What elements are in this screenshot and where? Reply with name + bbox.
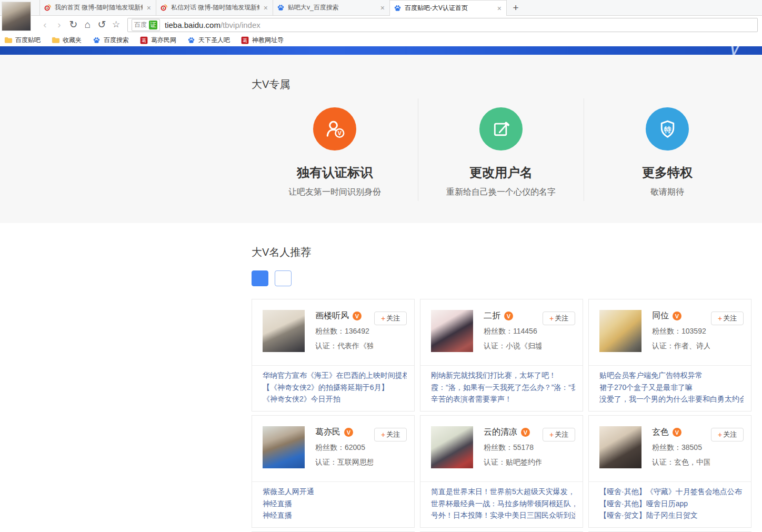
tab-title: 我的首页 微博-随时随地发现新鲜事	[55, 3, 143, 12]
avatar-woman-long-hair-glasses-photo[interactable]	[599, 426, 641, 468]
follow-label: 关注	[386, 314, 400, 323]
browser-tab[interactable]: 贴吧大v_百度搜索 ×	[273, 0, 390, 15]
follow-button[interactable]: + 关注	[711, 312, 744, 325]
browser-tab[interactable]: 私信对话 微博-随时随地发现新鲜事 ×	[156, 0, 273, 15]
fans-count: 粉丝数：114456	[484, 327, 542, 336]
follow-button[interactable]: + 关注	[711, 428, 744, 441]
bookmark-item[interactable]: 百度搜索	[93, 36, 129, 45]
post-link[interactable]: 《神奇女侠2》今日开拍	[263, 393, 407, 405]
favorite-star-icon[interactable]: ☆	[109, 17, 123, 33]
forward-button[interactable]: ›	[52, 17, 66, 33]
follow-button[interactable]: + 关注	[374, 428, 407, 441]
follow-label: 关注	[723, 314, 737, 323]
post-link[interactable]: 神经直播	[263, 509, 407, 521]
fans-label: 粉丝数：	[484, 443, 513, 451]
post-link[interactable]: 刚纳新完就找我们打比赛，太坏了吧！	[431, 369, 575, 382]
post-link[interactable]: 神经直播	[263, 498, 407, 510]
celeb-name-link[interactable]: 玄色	[652, 427, 669, 438]
back-button[interactable]: ‹	[38, 17, 52, 33]
bookmark-item[interactable]: 收藏夹	[52, 36, 82, 45]
bookmark-item[interactable]: 天下圣人吧	[187, 36, 230, 45]
post-link[interactable]: 没爱了，我一个男的为什么非要和白勇太约会?	[599, 393, 744, 405]
celeb-cards-grid: 画楼听风 V 粉丝数：136492 认证：代表作《独揽九天》等 + 关注 华纳官…	[252, 299, 751, 532]
avatar-chibi-character-red-coat[interactable]	[431, 426, 473, 468]
feature-column: 更改用户名 重新给自己换一个心仪的名字	[418, 98, 584, 201]
post-link[interactable]: 简直是世界末日！世界前5大超级天灾爆发，灾...	[431, 486, 575, 498]
celeb-name-link[interactable]: 二折	[484, 310, 500, 322]
filter-button[interactable]	[252, 270, 268, 286]
feature-subtitle: 敬请期待	[584, 187, 750, 198]
profile-avatar[interactable]	[2, 2, 31, 31]
post-link[interactable]: 紫薇圣人网开通	[263, 486, 407, 498]
post-list: 贴吧会员客户端免广告特权异常裙子270个盒子又是最非了嘛没爱了，我一个男的为什么…	[599, 369, 744, 405]
cert-badge-icon: 证	[149, 21, 157, 29]
bookmark-item[interactable]: 百度贴吧	[4, 36, 41, 45]
avatar-anime-girl-black-hair-kimono[interactable]	[431, 310, 473, 352]
privileges-title: 大V专属	[252, 77, 751, 92]
fans-value: 62005	[345, 443, 365, 451]
tab-close-icon[interactable]: ×	[379, 4, 386, 12]
bookmark-label: 百度贴吧	[15, 36, 41, 45]
post-link[interactable]: 贴吧会员客户端免广告特权异常	[599, 369, 744, 382]
avatar-cartoon-man-cap-glasses[interactable]	[263, 310, 305, 352]
plus-icon: +	[381, 430, 385, 439]
home-button[interactable]: ⌂	[81, 17, 95, 33]
celeb-name-link[interactable]: 画楼听风	[315, 310, 349, 322]
shield-icon: 特	[655, 117, 680, 142]
cert-value: 互联网思想家活动家，...	[337, 458, 373, 466]
tab-close-icon[interactable]: ×	[496, 4, 503, 13]
post-link[interactable]: 号外！日本投降！实录中美日三国民众听到这个...	[431, 509, 575, 521]
bookmark-item[interactable]: 葛 神教网址导	[241, 36, 284, 45]
post-link[interactable]: 霞：“洛，如果有一天我死了怎么办？”洛：“我会...	[431, 382, 575, 394]
follow-button[interactable]: + 关注	[543, 312, 575, 325]
refresh-button[interactable]: ↻	[66, 17, 81, 33]
tabs-container: 我的首页 微博-随时随地发现新鲜事 × 私信对话 微博-随时随地发现新鲜事 × …	[39, 0, 507, 15]
post-link[interactable]: 世界杯最经典一战：马拉多纳带领阿根廷队，为...	[431, 498, 575, 510]
post-link[interactable]: 裙子270个盒子又是最非了嘛	[599, 382, 744, 394]
plus-icon: +	[381, 314, 385, 323]
bookmarks-bar: 百度贴吧 收藏夹 百度搜索 葛 葛亦民网 天下圣人吧 葛 神教网址导	[0, 34, 762, 46]
browser-toolbar: ‹ › ↻ ⌂ ↺ ☆ 百度 证 tieba.baidu.com /tbvip/…	[0, 16, 762, 34]
post-link[interactable]: 【哑舍·贺文】陆子冈生日贺文	[599, 509, 744, 521]
post-link[interactable]: 【哑舍·其他】哑舍日历app	[599, 498, 744, 510]
tab-close-icon[interactable]: ×	[263, 4, 269, 12]
post-link[interactable]: 华纳官方宣布《海王》在巴西的上映时间提档至...	[263, 369, 407, 382]
post-link[interactable]: 【《神奇女侠2》的拍摄将延期于6月】	[263, 382, 407, 394]
cert-value: 作者、诗人。广州市青...	[674, 342, 710, 350]
filter-button[interactable]	[275, 270, 292, 286]
browser-tab[interactable]: 我的首页 微博-随时随地发现新鲜事 ×	[39, 0, 156, 15]
post-link[interactable]: 【哑舍·其他】《守藏》十月签售会地点公布！	[599, 486, 744, 498]
v-badge-icon: V	[504, 312, 513, 320]
avatar-anime-boy-blonde[interactable]	[599, 310, 641, 352]
celeb-name-link[interactable]: 云的清凉	[484, 427, 517, 438]
avatar-man-blue-polo-photo[interactable]	[263, 426, 305, 468]
svg-text:葛: 葛	[142, 37, 146, 43]
bookmark-label: 天下圣人吧	[198, 36, 230, 45]
undo-button[interactable]: ↺	[95, 17, 109, 33]
new-tab-button[interactable]: +	[507, 0, 525, 15]
tab-close-icon[interactable]: ×	[146, 4, 152, 12]
bookmark-label: 神教网址导	[252, 36, 284, 45]
post-list: 简直是世界末日！世界前5大超级天灾爆发，灾...世界杯最经典一战：马拉多纳带领阿…	[431, 486, 575, 521]
celebs-section: 大V名人推荐 画楼听风 V 粉丝数：136492 认证：代表作《独揽九天》等 +…	[0, 223, 762, 532]
follow-button[interactable]: + 关注	[374, 312, 407, 325]
celeb-name-link[interactable]: 同位	[652, 310, 669, 322]
svg-text:葛: 葛	[243, 37, 247, 43]
plus-icon: +	[549, 430, 554, 439]
folder-icon	[4, 36, 13, 44]
cert-info: 认证：代表作《独揽九天》等	[315, 342, 373, 351]
fans-label: 粉丝数：	[315, 443, 345, 451]
fans-count: 粉丝数：38505	[652, 443, 710, 453]
celeb-name-link[interactable]: 葛亦民	[315, 427, 340, 438]
bookmark-item[interactable]: 葛 葛亦民网	[140, 36, 176, 45]
fans-value: 136492	[345, 327, 369, 335]
post-link[interactable]: 辛苦的表演者需要掌声！	[431, 393, 575, 405]
follow-button[interactable]: + 关注	[543, 428, 575, 441]
plus-icon: +	[718, 430, 722, 439]
divider	[420, 481, 583, 482]
browser-tab[interactable]: 百度贴吧-大V认证首页 ×	[390, 0, 507, 16]
url-bar[interactable]: 百度 证 tieba.baidu.com /tbvip/index	[127, 18, 758, 32]
site-cert-badge[interactable]: 百度 证	[132, 19, 160, 31]
cert-label: 认证：	[315, 458, 337, 466]
baidu-icon	[187, 36, 196, 44]
